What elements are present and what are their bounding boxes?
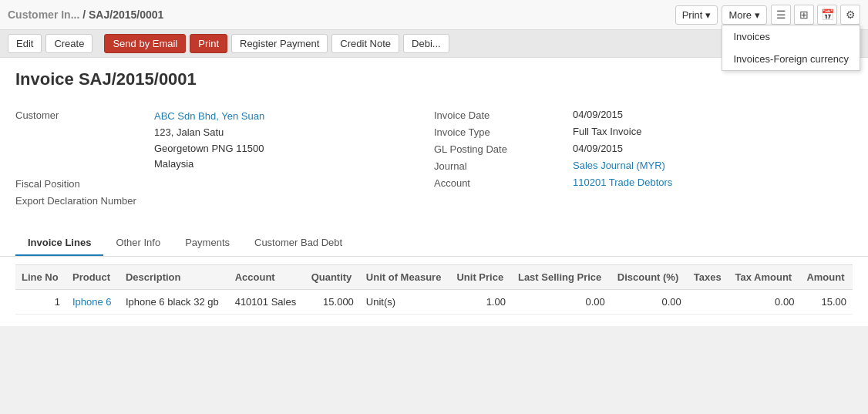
cell-tax-amount: 0.00 [729, 290, 801, 315]
gl-posting-date-row: GL Posting Date 04/09/2015 [434, 143, 853, 155]
credit-note-button[interactable]: Credit Note [331, 34, 399, 53]
col-quantity: Quantity [305, 265, 360, 290]
col-taxes: Taxes [688, 265, 729, 290]
col-discount: Discount (%) [611, 265, 688, 290]
account-label: Account [434, 177, 573, 189]
table-body: 1 Iphone 6 Iphone 6 black 32 gb 410101 S… [15, 290, 853, 315]
invoice-type-value: Full Tax Invoice [573, 126, 641, 137]
journal-row: Journal Sales Journal (MYR) [434, 160, 853, 172]
cell-uom: Unit(s) [360, 290, 451, 315]
fiscal-position-row: Fiscal Position [15, 177, 434, 190]
export-declaration-row: Export Declaration Number [15, 194, 434, 207]
account-row: Account 110201 Trade Debtors [434, 177, 853, 189]
col-product: Product [66, 265, 119, 290]
calendar-view-icon[interactable]: 📅 [817, 5, 837, 25]
tabs-bar: Invoice Lines Other Info Payments Custom… [0, 231, 868, 257]
account-value[interactable]: 110201 Trade Debtors [573, 177, 672, 188]
list-view-icon[interactable]: ☰ [771, 5, 791, 25]
invoice-type-row: Invoice Type Full Tax Invoice [434, 126, 853, 138]
print-label: Print [682, 9, 703, 21]
edit-button[interactable]: Edit [8, 34, 42, 53]
col-tax-amount: Tax Amount [729, 265, 801, 290]
col-unit-price: Unit Price [450, 265, 511, 290]
menu-item-invoices-foreign[interactable]: Invoices-Foreign currency [722, 48, 860, 70]
form-left: Customer ABC Sdn Bhd, Yen Suan 123, Jala… [15, 105, 434, 215]
debit-button[interactable]: Debi... [403, 34, 449, 53]
more-button[interactable]: More ▾ [722, 5, 767, 25]
fiscal-position-label: Fiscal Position [15, 177, 154, 190]
customer-value: ABC Sdn Bhd, Yen Suan 123, Jalan Satu Ge… [154, 109, 264, 173]
cell-discount: 0.00 [611, 290, 688, 315]
breadcrumb-separator: / [82, 8, 89, 21]
tab-payments[interactable]: Payments [173, 231, 242, 256]
breadcrumb: Customer In... / SAJ/2015/0001 [8, 8, 163, 21]
invoice-date-row: Invoice Date 04/09/2015 [434, 109, 853, 121]
customer-address-1: 123, Jalan Satu [154, 125, 264, 141]
top-bar: Customer In... / SAJ/2015/0001 Print ▾ M… [0, 0, 868, 30]
col-amount: Amount [800, 265, 853, 290]
form-right: Invoice Date 04/09/2015 Invoice Type Ful… [434, 105, 853, 215]
tab-customer-bad-debt[interactable]: Customer Bad Debt [242, 231, 355, 256]
journal-label: Journal [434, 160, 573, 172]
more-dropdown-container: More ▾ Invoices Invoices-Foreign currenc… [722, 5, 767, 25]
invoice-type-label: Invoice Type [434, 126, 573, 138]
cell-unit-price: 1.00 [450, 290, 511, 315]
col-account: Account [229, 265, 305, 290]
menu-item-invoices[interactable]: Invoices [722, 25, 860, 48]
customer-label: Customer [15, 109, 154, 121]
cell-quantity: 15.000 [305, 290, 360, 315]
cell-line-no: 1 [15, 290, 66, 315]
invoice-table: Line No Product Description Account Quan… [15, 264, 853, 315]
toolbar-icons: ☰ ⊞ 📅 ⚙ [771, 5, 860, 25]
register-payment-button[interactable]: Register Payment [231, 34, 328, 53]
cell-account: 410101 Sales [229, 290, 305, 315]
form-grid: Customer ABC Sdn Bhd, Yen Suan 123, Jala… [15, 105, 853, 215]
col-uom: Unit of Measure [360, 265, 451, 290]
cell-taxes [688, 290, 729, 315]
send-email-button[interactable]: Send by Email [104, 34, 186, 53]
invoice-date-label: Invoice Date [434, 109, 573, 121]
settings-view-icon[interactable]: ⚙ [840, 5, 860, 25]
cell-product: Iphone 6 [66, 290, 119, 315]
cell-last-selling-price: 0.00 [512, 290, 611, 315]
print-arrow-icon: ▾ [705, 9, 711, 21]
export-declaration-label: Export Declaration Number [15, 194, 154, 207]
more-dropdown-menu: Invoices Invoices-Foreign currency [722, 25, 860, 71]
cell-description: Iphone 6 black 32 gb [119, 290, 229, 315]
tab-other-info[interactable]: Other Info [103, 231, 173, 256]
main-content: Invoice SAJ/2015/0001 Customer ABC Sdn B… [0, 58, 868, 326]
toolbar-right: Print ▾ More ▾ Invoices Invoices-Foreign… [675, 5, 860, 25]
col-line-no: Line No [15, 265, 66, 290]
cell-amount: 15.00 [800, 290, 853, 315]
gl-posting-date-value: 04/09/2015 [573, 143, 623, 154]
print-action-button[interactable]: Print [190, 34, 227, 53]
customer-address-2: Georgetown PNG 11500 [154, 141, 264, 157]
customer-name[interactable]: ABC Sdn Bhd, Yen Suan [154, 109, 264, 125]
customer-address-3: Malaysia [154, 157, 264, 173]
print-dropdown-container: Print ▾ [675, 5, 718, 25]
col-last-selling-price: Last Selling Price [512, 265, 611, 290]
gl-posting-date-label: GL Posting Date [434, 143, 573, 155]
create-button[interactable]: Create [45, 34, 93, 53]
page-title: Invoice SAJ/2015/0001 [15, 69, 853, 89]
journal-value[interactable]: Sales Journal (MYR) [573, 160, 665, 171]
more-label: More [728, 9, 752, 21]
invoice-date-value: 04/09/2015 [573, 109, 623, 120]
table-header: Line No Product Description Account Quan… [15, 265, 853, 290]
more-arrow-icon: ▾ [755, 9, 760, 21]
customer-row: Customer ABC Sdn Bhd, Yen Suan 123, Jala… [15, 109, 434, 173]
col-description: Description [119, 265, 229, 290]
print-button[interactable]: Print ▾ [675, 5, 718, 25]
breadcrumb-current: SAJ/2015/0001 [89, 8, 163, 21]
breadcrumb-parent[interactable]: Customer In... [8, 8, 79, 21]
tab-invoice-lines[interactable]: Invoice Lines [15, 231, 103, 256]
table-row[interactable]: 1 Iphone 6 Iphone 6 black 32 gb 410101 S… [15, 290, 853, 315]
kanban-view-icon[interactable]: ⊞ [794, 5, 814, 25]
